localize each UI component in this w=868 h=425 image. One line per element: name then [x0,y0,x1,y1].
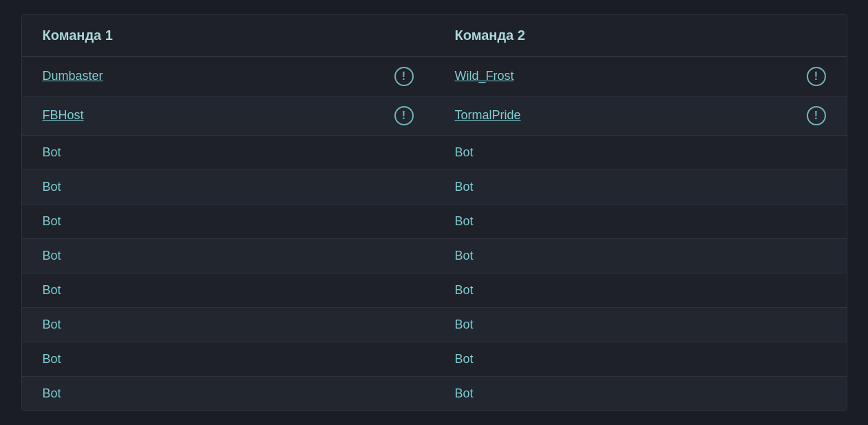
table-body: Dumbaster!Wild_Frost!FBHost!TormalPride!… [22,56,847,411]
team1-bot-8: Bot [43,352,61,366]
team2-bot-6: Bot [455,283,474,298]
team1-bot-4: Bot [43,214,61,229]
table-row: BotBot [22,307,847,342]
team1-cell-7: Bot [22,308,434,342]
team2-bot-4: Bot [455,214,474,229]
table-row: BotBot [22,273,847,307]
warning-icon: ! [394,106,414,125]
team1-header: Команда 1 [22,15,434,56]
team2-cell-6: Bot [434,273,847,307]
team2-cell-8: Bot [434,342,847,376]
team1-bot-2: Bot [43,145,61,160]
table-header: Команда 1 Команда 2 [22,15,847,56]
table-row: BotBot [22,342,847,376]
team2-player-1[interactable]: TormalPride [455,108,521,123]
team1-bot-5: Bot [43,249,61,263]
team2-bot-3: Bot [455,180,474,194]
team2-cell-5: Bot [434,239,847,273]
team1-bot-3: Bot [43,180,61,194]
team1-cell-4: Bot [22,205,434,238]
team1-cell-8: Bot [22,342,434,376]
team2-bot-9: Bot [455,386,474,401]
team1-cell-2: Bot [22,136,434,169]
team1-cell-5: Bot [22,239,434,273]
team2-header: Команда 2 [434,15,847,56]
team1-cell-9: Bot [22,377,434,411]
team1-cell-0: Dumbaster! [22,57,434,96]
team2-cell-7: Bot [434,308,847,342]
team1-bot-6: Bot [43,283,61,298]
team2-cell-3: Bot [434,170,847,204]
match-table: Команда 1 Команда 2 Dumbaster!Wild_Frost… [21,14,847,411]
team2-player-0[interactable]: Wild_Frost [455,69,514,83]
table-row: Dumbaster!Wild_Frost! [22,56,847,96]
table-row: BotBot [22,376,847,411]
team2-cell-4: Bot [434,205,847,238]
team2-bot-2: Bot [455,145,474,160]
team2-bot-7: Bot [455,318,474,332]
table-row: BotBot [22,135,847,169]
table-row: BotBot [22,204,847,238]
team2-cell-2: Bot [434,136,847,169]
team1-cell-3: Bot [22,170,434,204]
team2-bot-5: Bot [455,249,474,263]
team1-player-0[interactable]: Dumbaster [43,69,103,83]
team2-cell-9: Bot [434,377,847,411]
table-row: BotBot [22,169,847,204]
team1-bot-7: Bot [43,318,61,332]
warning-icon: ! [807,106,826,125]
team2-cell-0: Wild_Frost! [434,57,847,96]
table-row: BotBot [22,238,847,273]
team1-bot-9: Bot [43,386,61,401]
team2-bot-8: Bot [455,352,474,366]
team1-cell-6: Bot [22,273,434,307]
warning-icon: ! [394,67,414,86]
team1-player-1[interactable]: FBHost [43,108,84,123]
warning-icon: ! [807,67,826,86]
team2-cell-1: TormalPride! [434,96,847,135]
team1-cell-1: FBHost! [22,96,434,135]
table-row: FBHost!TormalPride! [22,96,847,135]
